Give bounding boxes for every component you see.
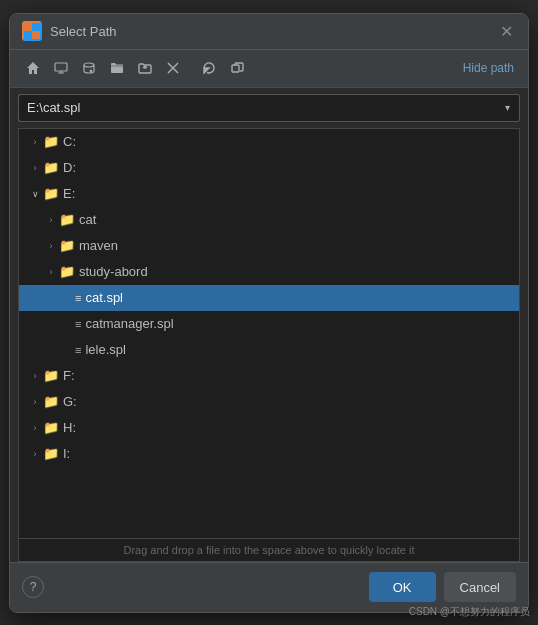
drive-button[interactable] bbox=[76, 55, 102, 81]
svg-point-8 bbox=[84, 63, 94, 67]
svg-rect-15 bbox=[232, 65, 239, 72]
file-icon-lele-spl: ≡ bbox=[75, 344, 81, 356]
folder-icon-G: 📁 bbox=[43, 394, 59, 409]
app-icon bbox=[22, 21, 42, 41]
delete-button[interactable] bbox=[160, 55, 186, 81]
cancel-button[interactable]: Cancel bbox=[444, 572, 516, 602]
help-button[interactable]: ? bbox=[22, 576, 44, 598]
select-path-dialog: Select Path ✕ bbox=[9, 13, 529, 613]
tree-item-H[interactable]: › 📁 H: bbox=[19, 415, 519, 441]
label-D: D: bbox=[63, 160, 76, 175]
folder-icon-maven: 📁 bbox=[59, 238, 75, 253]
expand-button[interactable] bbox=[224, 55, 250, 81]
tree-item-G[interactable]: › 📁 G: bbox=[19, 389, 519, 415]
tree-item-F[interactable]: › 📁 F: bbox=[19, 363, 519, 389]
footer: ? OK Cancel bbox=[10, 562, 528, 612]
svg-rect-5 bbox=[55, 63, 67, 71]
folder-icon-study-abord: 📁 bbox=[59, 264, 75, 279]
file-icon-cat-spl: ≡ bbox=[75, 292, 81, 304]
tree-item-study-abord-folder[interactable]: › 📁 study-abord bbox=[19, 259, 519, 285]
label-lele-spl: lele.spl bbox=[85, 342, 125, 357]
svg-marker-4 bbox=[27, 62, 39, 74]
tree-item-lele-spl[interactable]: › ≡ lele.spl bbox=[19, 337, 519, 363]
tree-item-C[interactable]: › 📁 C: bbox=[19, 129, 519, 155]
up-folder-button[interactable] bbox=[132, 55, 158, 81]
tree-item-cat-spl[interactable]: › ≡ cat.spl bbox=[19, 285, 519, 311]
label-G: G: bbox=[63, 394, 77, 409]
file-icon-catmanager-spl: ≡ bbox=[75, 318, 81, 330]
expander-D[interactable]: › bbox=[27, 160, 43, 176]
folder-icon-F: 📁 bbox=[43, 368, 59, 383]
tree-item-E[interactable]: ∨ 📁 E: bbox=[19, 181, 519, 207]
hide-path-button[interactable]: Hide path bbox=[459, 59, 518, 77]
svg-rect-0 bbox=[24, 23, 32, 31]
expander-study-abord[interactable]: › bbox=[43, 264, 59, 280]
folder-icon-C: 📁 bbox=[43, 134, 59, 149]
label-E: E: bbox=[63, 186, 75, 201]
expander-E[interactable]: ∨ bbox=[27, 186, 43, 202]
expander-F[interactable]: › bbox=[27, 368, 43, 384]
home-button[interactable] bbox=[20, 55, 46, 81]
path-dropdown-button[interactable]: ▾ bbox=[496, 94, 520, 122]
refresh-button[interactable] bbox=[196, 55, 222, 81]
expander-cat[interactable]: › bbox=[43, 212, 59, 228]
label-study-abord: study-abord bbox=[79, 264, 148, 279]
label-C: C: bbox=[63, 134, 76, 149]
expander-I[interactable]: › bbox=[27, 446, 43, 462]
tree-item-maven-folder[interactable]: › 📁 maven bbox=[19, 233, 519, 259]
folder-icon-D: 📁 bbox=[43, 160, 59, 175]
tree-item-cat-folder[interactable]: › 📁 cat bbox=[19, 207, 519, 233]
expander-H[interactable]: › bbox=[27, 420, 43, 436]
folder-icon-H: 📁 bbox=[43, 420, 59, 435]
path-bar: ▾ bbox=[18, 94, 520, 122]
tree-item-D[interactable]: › 📁 D: bbox=[19, 155, 519, 181]
folder-icon-cat: 📁 bbox=[59, 212, 75, 227]
expander-maven[interactable]: › bbox=[43, 238, 59, 254]
label-maven: maven bbox=[79, 238, 118, 253]
svg-rect-2 bbox=[24, 31, 32, 39]
desktop-button[interactable] bbox=[48, 55, 74, 81]
expander-G[interactable]: › bbox=[27, 394, 43, 410]
folder-icon-E: 📁 bbox=[43, 186, 59, 201]
svg-rect-3 bbox=[32, 31, 40, 39]
expander-cat-spl: › bbox=[59, 290, 75, 306]
file-tree[interactable]: › 📁 C: › 📁 D: ∨ 📁 E: › 📁 cat › 📁 maven bbox=[18, 128, 520, 539]
svg-point-9 bbox=[90, 70, 92, 72]
label-catmanager-spl: catmanager.spl bbox=[85, 316, 173, 331]
toolbar: Hide path bbox=[10, 50, 528, 88]
ok-button[interactable]: OK bbox=[369, 572, 436, 602]
label-H: H: bbox=[63, 420, 76, 435]
tree-item-I[interactable]: › 📁 I: bbox=[19, 441, 519, 467]
title-bar: Select Path ✕ bbox=[10, 14, 528, 50]
expander-C[interactable]: › bbox=[27, 134, 43, 150]
dialog-title: Select Path bbox=[50, 24, 496, 39]
watermark: CSDN @不想努力的程序员 bbox=[409, 605, 530, 619]
new-folder-button[interactable] bbox=[104, 55, 130, 81]
folder-icon-I: 📁 bbox=[43, 446, 59, 461]
path-input[interactable] bbox=[18, 94, 496, 122]
drag-hint: Drag and drop a file into the space abov… bbox=[18, 539, 520, 562]
expander-lele-spl: › bbox=[59, 342, 75, 358]
expander-catmanager-spl: › bbox=[59, 316, 75, 332]
label-F: F: bbox=[63, 368, 75, 383]
label-cat-spl: cat.spl bbox=[85, 290, 123, 305]
label-I: I: bbox=[63, 446, 70, 461]
tree-item-catmanager-spl[interactable]: › ≡ catmanager.spl bbox=[19, 311, 519, 337]
close-button[interactable]: ✕ bbox=[496, 21, 516, 41]
svg-rect-1 bbox=[32, 23, 40, 31]
label-cat: cat bbox=[79, 212, 96, 227]
